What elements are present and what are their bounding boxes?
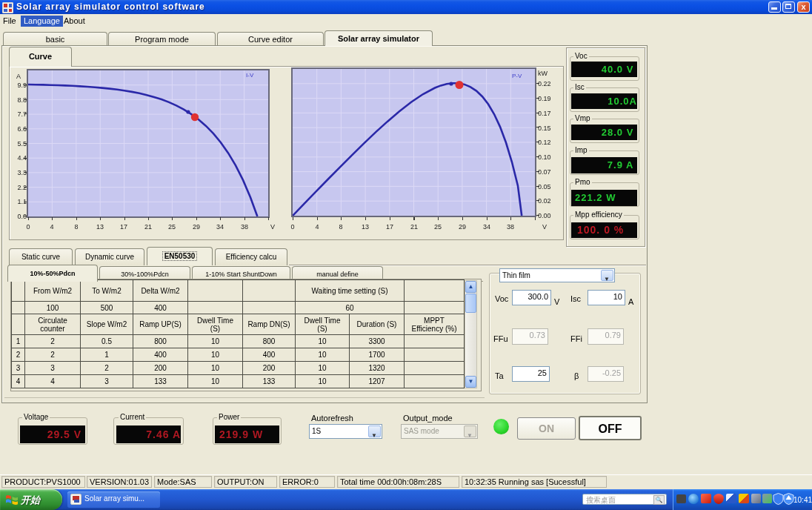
svg-text:I-V: I-V [246, 72, 254, 79]
svg-text:P-V: P-V [512, 73, 522, 79]
